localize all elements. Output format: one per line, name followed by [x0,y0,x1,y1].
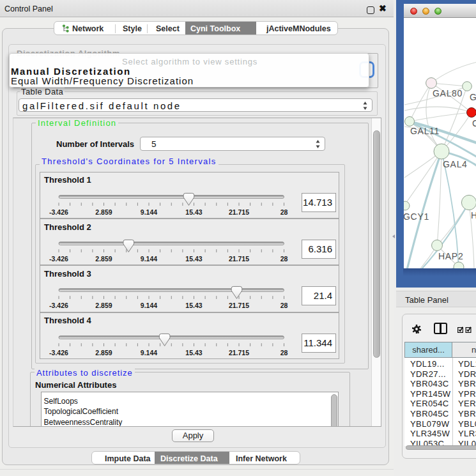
svg-text:21.715: 21.715 [229,349,249,357]
svg-text:9.144: 9.144 [141,255,157,263]
svg-text:2.859: 2.859 [95,349,112,357]
svg-text:-3.426: -3.426 [49,349,68,357]
svg-text:15.43: 15.43 [185,349,202,357]
svg-text:-3.426: -3.426 [49,302,68,309]
svg-text:21.715: 21.715 [229,255,249,263]
svg-text:-3.426: -3.426 [49,255,68,263]
svg-text:21.715: 21.715 [229,302,249,309]
svg-text:G...: G... [470,92,476,102]
svg-text:28: 28 [280,208,288,215]
svg-text:H...: H... [471,210,476,220]
svg-text:-3.426: -3.426 [49,208,68,215]
svg-text:15.43: 15.43 [185,208,202,215]
svg-text:15.43: 15.43 [185,302,202,309]
svg-text:HAP2: HAP2 [438,251,463,261]
svg-text:28: 28 [280,349,288,357]
svg-text:2.859: 2.859 [95,208,112,215]
svg-text:GCY1: GCY1 [404,211,429,222]
svg-text:GAL80: GAL80 [433,88,463,98]
svg-text:21.715: 21.715 [229,208,249,215]
svg-text:28: 28 [280,302,288,309]
svg-text:15.43: 15.43 [185,255,202,263]
svg-text:GAL11: GAL11 [410,126,440,136]
svg-text:9.144: 9.144 [141,349,157,357]
svg-text:9.144: 9.144 [141,302,157,309]
svg-text:9.144: 9.144 [141,208,157,215]
svg-text:2.859: 2.859 [95,255,112,263]
svg-text:28: 28 [280,255,288,263]
svg-text:GAL4: GAL4 [443,159,468,169]
svg-text:C...: C... [472,118,476,128]
svg-text:2.859: 2.859 [95,302,112,309]
